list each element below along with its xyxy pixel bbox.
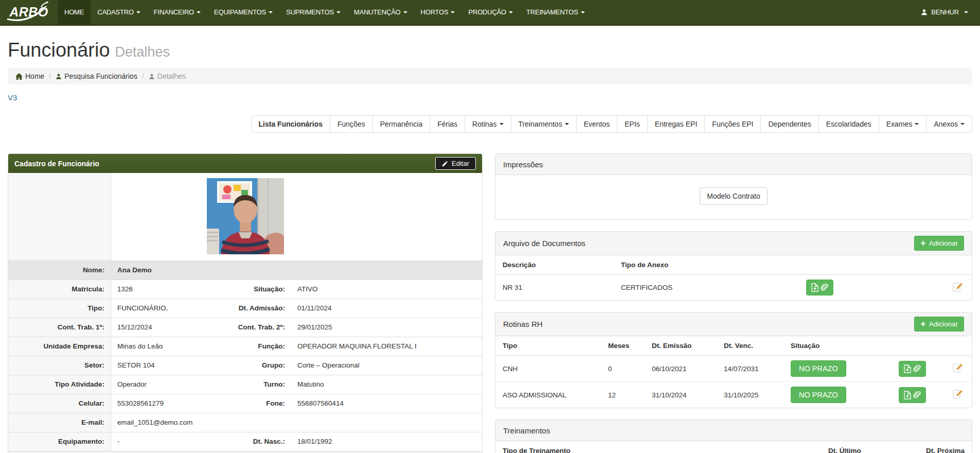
chevron-down-icon: [915, 123, 919, 125]
field-row-atividade: Tipo Atividade: Operador Turno: Matutino: [8, 375, 482, 394]
tab-treinamentos[interactable]: Treinamentos: [511, 116, 576, 132]
user-menu[interactable]: BENHUR: [914, 0, 975, 24]
rotina-venc: 14/07/2031: [717, 356, 783, 382]
nav-item-cadastro[interactable]: CADASTRO: [91, 0, 147, 24]
field-row-equipamento: Equipamento: - Dt. Nasc.: 18/01/1992: [8, 432, 482, 451]
breadcrumb-pesquisa-funcionarios[interactable]: Pesquisa Funcionários: [56, 72, 137, 80]
tab-exames[interactable]: Exames: [879, 116, 926, 132]
chevron-down-icon: [964, 11, 968, 13]
documentos-add-button[interactable]: Adicionar: [914, 236, 964, 251]
nav-item-hortos[interactable]: HORTOS: [414, 0, 462, 24]
field-row-email: E-mail: email_1051@demo.com: [8, 413, 482, 432]
col-descricao: Descrição: [495, 255, 614, 275]
tab-funcoes-epi[interactable]: Funções EPI: [704, 116, 760, 132]
chevron-down-icon: [336, 11, 341, 13]
edit-rotina-button[interactable]: [953, 363, 963, 374]
edit-rotina-button[interactable]: [953, 389, 963, 400]
field-value: ATIVO: [291, 280, 482, 299]
tab-eventos[interactable]: Eventos: [576, 116, 617, 132]
rotina-tipo: ASO ADMISSIONAL: [495, 382, 601, 408]
nav-item-equipamentos[interactable]: EQUIPAMENTOS: [207, 0, 279, 24]
tab-ferias[interactable]: Férias: [430, 116, 465, 132]
download-attachment-button[interactable]: [899, 387, 926, 403]
nav-item-financeiro[interactable]: FINANCEIRO: [147, 0, 207, 24]
field-label: Dt. Admissão:: [219, 299, 291, 318]
tab-dependentes[interactable]: Dependentes: [760, 116, 818, 132]
documentos-table: Descrição Tipo de Anexo NR 31 CERTIFICAD…: [495, 255, 972, 300]
field-value: OPERADOR MAQUINA FLORESTAL I: [291, 337, 482, 356]
edit-button[interactable]: Editar: [435, 157, 476, 170]
col-emissao: Dt. Emissão: [645, 336, 717, 356]
employee-photo: [207, 178, 284, 254]
field-label: Grupo:: [219, 356, 291, 375]
edit-note-icon: [953, 389, 963, 399]
rotina-emissao: 06/10/2021: [645, 356, 717, 382]
rotinas-add-button[interactable]: Adicionar: [914, 317, 964, 332]
employee-card-header: Cadastro de Funcionário Editar: [8, 154, 482, 173]
tabs-row: Lista Funcionários Funções Permanência F…: [8, 115, 972, 133]
employee-card: Cadastro de Funcionário Editar: [8, 153, 483, 453]
nav-item-suprimentos[interactable]: SUPRIMENTOS: [279, 0, 347, 24]
documento-tipo: CERTIFICADOS: [614, 275, 783, 301]
file-download-icon: [904, 364, 911, 373]
nav-item-producao[interactable]: PRODUÇÃO: [461, 0, 520, 24]
modelo-contrato-button[interactable]: Modelo Contrato: [700, 187, 768, 205]
paperclip-icon: [913, 364, 921, 373]
field-label: Cont. Trab. 2º:: [219, 318, 291, 337]
chevron-down-icon: [565, 123, 569, 125]
nav-item-treinamentos[interactable]: TREINAMENTOS: [520, 0, 592, 24]
tab-lista-funcionarios[interactable]: Lista Funcionários: [252, 116, 330, 132]
tab-anexos[interactable]: Anexos: [926, 116, 972, 132]
field-value: 553028561279: [111, 394, 219, 413]
user-icon: [921, 9, 928, 15]
breadcrumb-home[interactable]: Home: [15, 72, 44, 80]
arbo-logo[interactable]: ARBO: [0, 0, 58, 24]
status-no-prazo-button[interactable]: NO PRAZO: [791, 360, 846, 377]
tab-entregas-epi[interactable]: Entregas EPI: [647, 116, 705, 132]
tab-rotinas[interactable]: Rotinas: [465, 116, 510, 132]
rotina-emissao: 31/10/2024: [645, 382, 717, 408]
plus-icon: [920, 321, 926, 327]
user-icon: [56, 73, 62, 80]
nav-item-home[interactable]: HOME: [58, 0, 91, 24]
field-label: Tipo:: [8, 299, 111, 318]
chevron-down-icon: [197, 11, 201, 13]
field-value: 01/11/2024: [291, 299, 482, 318]
tab-permanencia[interactable]: Permanência: [372, 116, 430, 132]
status-no-prazo-button[interactable]: NO PRAZO: [791, 387, 846, 403]
chevron-down-icon: [136, 11, 140, 13]
col-dt-ultimo: Dt. Último: [821, 441, 919, 453]
download-attachment-button[interactable]: [899, 361, 926, 377]
edit-note-icon: [953, 363, 963, 373]
download-attachment-button[interactable]: [806, 280, 833, 295]
logo-text: ARBO: [9, 5, 48, 20]
field-value: Corte – Operacional: [291, 356, 482, 375]
field-label: Fone:: [219, 394, 291, 413]
field-row-tipo: Tipo: FUNCIONÁRIO, Dt. Admissão: 01/11/2…: [8, 299, 482, 318]
edit-document-button[interactable]: [953, 282, 963, 293]
field-label: Cont. Trab. 1º:: [8, 318, 111, 337]
col-tipo: Tipo: [495, 336, 601, 356]
col-tipo-anexo: Tipo de Anexo: [614, 255, 783, 275]
chevron-down-icon: [960, 123, 965, 125]
rotina-meses: 0: [601, 356, 645, 382]
employee-tabs: Lista Funcionários Funções Permanência F…: [251, 115, 972, 133]
nav-item-manutencao[interactable]: MANUTENÇÃO: [347, 0, 414, 24]
chevron-down-icon: [451, 11, 455, 13]
rotina-meses: 12: [601, 382, 645, 408]
treinamentos-table: Tipo de Treinamento Dt. Último Dt. Próxi…: [495, 441, 972, 453]
paperclip-icon: [821, 283, 828, 292]
rotina-tipo: CNH: [495, 356, 601, 382]
tab-epis[interactable]: EPIs: [617, 116, 647, 132]
field-value: 556807560414: [291, 394, 482, 413]
rotinas-panel: Rotinas RH Adicionar Tipo Meses Dt. Emis…: [495, 312, 972, 408]
field-value: Ana Demo: [111, 261, 482, 280]
field-label: Turno:: [219, 375, 291, 394]
documentos-header: Arquivo de Documentos Adicionar: [495, 232, 972, 255]
user-name: BENHUR: [931, 8, 959, 16]
rotina-row: ASO ADMISSIONAL 12 31/10/2024 31/10/2025…: [495, 382, 972, 408]
tab-funcoes[interactable]: Funções: [330, 116, 372, 132]
tab-escolaridades[interactable]: Escolaridades: [818, 116, 879, 132]
documento-row: NR 31 CERTIFICADOS: [495, 275, 972, 301]
page-subtitle: Detalhes: [115, 44, 170, 60]
